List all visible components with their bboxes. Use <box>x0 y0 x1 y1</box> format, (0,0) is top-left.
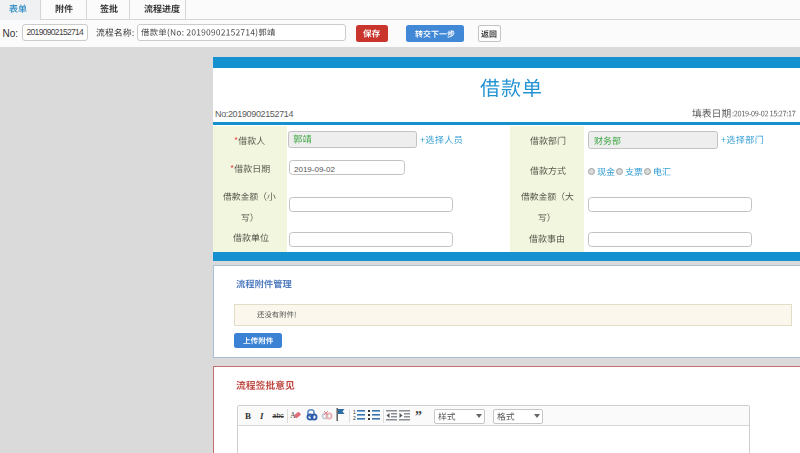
svg-text:2: 2 <box>353 415 356 421</box>
